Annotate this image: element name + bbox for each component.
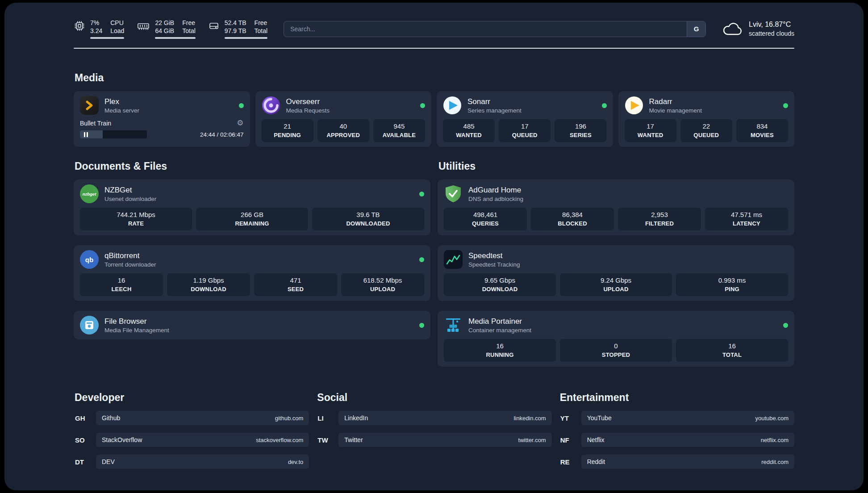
cpu-label-1: CPU	[110, 19, 124, 27]
app-card-radarr[interactable]: Radarr Movie management 17 WANTED 22 QUE…	[618, 91, 795, 147]
sonarr-icon	[443, 96, 462, 115]
bookmark-row-linkedin: LI LinkedIn linkedin.com	[316, 411, 551, 425]
ram-usage-bar	[155, 37, 195, 39]
disk-label-1: Free	[255, 19, 268, 27]
adguard-stat-queries: 498,461 QUERIES	[444, 208, 527, 230]
playback-progress-fill	[80, 130, 103, 138]
nzbget-stat-rate: 744.21 Mbps RATE	[80, 208, 192, 230]
qbittorrent-icon: qb	[80, 250, 99, 269]
adguard-icon	[444, 184, 463, 203]
linkedin-abbr: LI	[316, 414, 333, 422]
speedtest-stat-upload: 9.24 Gbps UPLOAD	[560, 273, 672, 296]
adguard-stat-latency: 47.571 ms LATENCY	[705, 208, 788, 230]
ram-label-1: Free	[182, 19, 196, 27]
ram-value-1: 22 GiB	[155, 19, 174, 27]
section-title-utilities: Utilities	[438, 160, 794, 172]
now-playing-title: Bullet Train	[80, 120, 111, 127]
disk-label-2: Total	[255, 27, 268, 35]
search-bar: G	[284, 21, 706, 37]
section-developer: Developer GH Github github.com SO StackO…	[74, 392, 309, 476]
portainer-stat-stopped: 0 STOPPED	[560, 339, 672, 362]
nzbget-status-dot	[419, 192, 424, 196]
disk-icon	[208, 20, 220, 32]
overseerr-stat-available: 945 AVAILABLE	[373, 119, 425, 142]
section-social: Social LI LinkedIn linkedin.com TW Twitt…	[316, 392, 551, 476]
linkedin-link[interactable]: LinkedIn linkedin.com	[338, 411, 551, 425]
player-settings-gear-icon[interactable]: ⚙	[237, 119, 243, 127]
sonarr-stat-wanted: 485 WANTED	[443, 119, 495, 142]
playback-progress-bar[interactable]	[80, 130, 147, 138]
filebrowser-status-dot	[419, 323, 424, 328]
sonarr-subtitle: Series management	[467, 107, 522, 114]
overseerr-stat-pending: 21 PENDING	[262, 119, 313, 142]
app-card-qbittorrent[interactable]: qb qBittorrent Torrent downloader 16	[74, 245, 430, 301]
header-divider	[74, 48, 794, 49]
youtube-abbr: YT	[559, 414, 576, 422]
cpu-icon	[74, 20, 85, 32]
cloud-icon	[722, 22, 743, 36]
netflix-link[interactable]: Netflix netflix.com	[581, 433, 794, 447]
section-media: Media Plex Media server	[74, 72, 794, 147]
github-link[interactable]: Github github.com	[96, 411, 309, 425]
nzbget-subtitle: Usenet downloader	[104, 196, 156, 202]
portainer-stat-total: 16 TOTAL	[676, 339, 788, 362]
qbittorrent-name: qBittorrent	[104, 251, 156, 260]
search-engine-button[interactable]: G	[687, 21, 705, 37]
qbittorrent-status-dot	[419, 257, 424, 262]
nzbget-stat-remaining: 266 GB REMAINING	[196, 208, 308, 230]
app-card-adguard[interactable]: AdGuard Home DNS and adblocking 498,461 …	[438, 180, 794, 235]
bookmark-row-youtube: YT YouTube youtube.com	[559, 411, 794, 425]
section-title-developer: Developer	[75, 392, 309, 404]
radarr-stat-wanted: 17 WANTED	[625, 119, 676, 142]
speedtest-stat-ping: 0.993 ms PING	[676, 273, 788, 296]
app-card-speedtest[interactable]: Speedtest Speedtest Tracking 9.65 Gbps D…	[438, 245, 794, 301]
app-card-sonarr[interactable]: Sonarr Series management 485 WANTED 17 Q…	[437, 91, 613, 147]
bookmark-row-github: GH Github github.com	[74, 411, 309, 425]
adguard-stat-filtered: 2,953 FILTERED	[618, 208, 701, 230]
radarr-stat-movies: 834 MOVIES	[736, 119, 788, 142]
filebrowser-subtitle: Media File Management	[104, 327, 169, 334]
section-entertainment: Entertainment YT YouTube youtube.com NF …	[559, 392, 794, 476]
sonarr-status-dot	[602, 103, 607, 108]
bookmark-row-stackoverflow: SO StackOverflow stackoverflow.com	[74, 433, 309, 447]
app-card-nzbget[interactable]: nzbget NZBGet Usenet downloader 744.21 M…	[74, 180, 430, 235]
ram-icon	[137, 20, 150, 32]
app-card-overseerr[interactable]: Overseerr Media Requests 21 PENDING 40 A…	[255, 91, 432, 147]
pause-icon[interactable]	[84, 132, 88, 137]
twitter-link[interactable]: Twitter twitter.com	[338, 433, 551, 447]
netflix-abbr: NF	[559, 436, 576, 444]
stackoverflow-link[interactable]: StackOverflow stackoverflow.com	[96, 433, 309, 447]
portainer-icon	[444, 316, 463, 334]
app-card-portainer[interactable]: Media Portainer Container management 16 …	[438, 311, 794, 367]
dev-link[interactable]: DEV dev.to	[96, 455, 309, 469]
sonarr-name: Sonarr	[467, 97, 522, 106]
portainer-status-dot	[783, 323, 788, 328]
adguard-subtitle: DNS and adblocking	[468, 196, 523, 202]
plex-subtitle: Media server	[104, 107, 139, 114]
ram-value-2: 64 GiB	[155, 27, 174, 35]
bookmark-row-twitter: TW Twitter twitter.com	[316, 433, 551, 447]
reddit-link[interactable]: Reddit reddit.com	[581, 455, 794, 469]
app-card-filebrowser[interactable]: File Browser Media File Management	[74, 311, 430, 339]
disk-metric: 52.4 TB 97.9 TB Free Total	[208, 19, 267, 39]
speedtest-stat-download: 9.65 Gbps DOWNLOAD	[444, 273, 556, 296]
section-title-entertainment: Entertainment	[560, 392, 794, 404]
youtube-link[interactable]: YouTube youtube.com	[581, 411, 794, 425]
overseerr-status-dot	[420, 103, 425, 108]
overseerr-subtitle: Media Requests	[286, 107, 330, 114]
radarr-status-dot	[783, 103, 788, 108]
ram-metric: 22 GiB 64 GiB Free Total	[137, 19, 195, 39]
portainer-name: Media Portainer	[468, 317, 531, 326]
radarr-name: Radarr	[649, 97, 702, 106]
speedtest-name: Speedtest	[468, 251, 520, 260]
sonarr-stat-series: 196 SERIES	[555, 119, 606, 142]
cpu-label-2: Load	[110, 27, 124, 35]
weather-condition: scattered clouds	[749, 30, 794, 37]
app-card-plex[interactable]: Plex Media server Bullet Train ⚙	[74, 91, 250, 147]
bookmark-row-netflix: NF Netflix netflix.com	[559, 433, 794, 447]
radarr-stat-queued: 22 QUEUED	[680, 119, 732, 142]
search-input[interactable]	[284, 25, 687, 33]
plex-name: Plex	[104, 97, 139, 106]
nzbget-icon: nzbget	[80, 184, 99, 203]
overseerr-icon	[262, 96, 280, 115]
